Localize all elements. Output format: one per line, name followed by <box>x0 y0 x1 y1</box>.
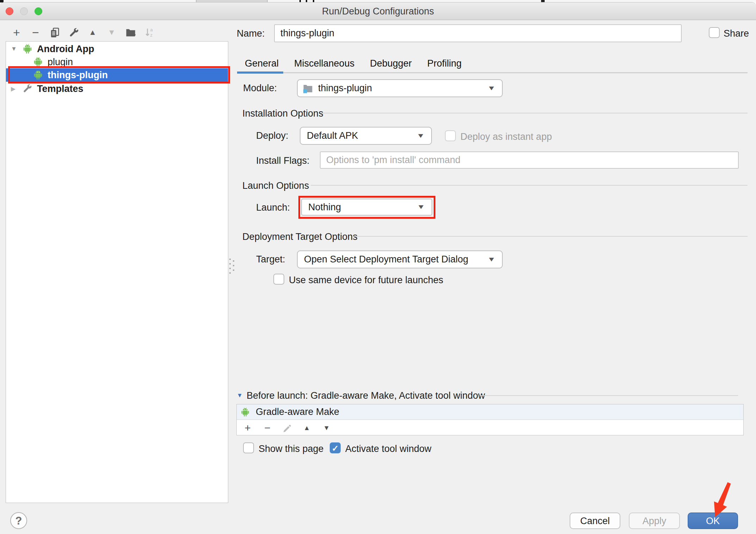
window-title: Run/Debug Configurations <box>0 2 756 20</box>
module-label: Module: <box>243 83 277 94</box>
deploy-dropdown[interactable]: Default APK ▼ <box>300 127 432 145</box>
help-button[interactable]: ? <box>10 512 27 529</box>
add-configuration-icon[interactable]: + <box>11 26 23 38</box>
before-launch-task-row[interactable]: Gradle-aware Make <box>237 404 743 420</box>
android-icon <box>33 69 44 81</box>
tab-profiling[interactable]: Profiling <box>420 55 470 72</box>
check-icon: ✓ <box>331 443 339 453</box>
chevron-down-icon: ▼ <box>487 255 496 263</box>
tab-underline <box>237 72 748 73</box>
before-launch-task-label: Gradle-aware Make <box>256 406 339 417</box>
tab-miscellaneous[interactable]: Miscellaneous <box>286 55 362 72</box>
use-same-device-label: Use same device for future launches <box>289 275 443 286</box>
activate-tool-window-checkbox[interactable]: ✓ <box>330 442 341 453</box>
tree-item-label: things-plugin <box>48 70 108 81</box>
deployment-target-options-title: Deployment Target Options <box>242 231 358 242</box>
section-divider <box>353 236 748 237</box>
tree-item-label: plugin <box>48 57 73 68</box>
launch-label: Launch: <box>256 202 290 213</box>
run-debug-configurations-dialog: Run/Debug Configurations + − ▲ ▼ ▼ Andro… <box>0 2 756 534</box>
chevron-down-icon: ▼ <box>417 203 425 210</box>
launch-value: Nothing <box>308 202 341 213</box>
deploy-instant-app-label: Deploy as instant app <box>460 131 552 142</box>
tree-item-label: Android App <box>37 44 94 55</box>
deploy-value: Default APK <box>307 130 358 141</box>
chevron-down-icon: ▼ <box>416 132 425 139</box>
tree-item-label: Templates <box>37 83 83 94</box>
remove-configuration-icon[interactable]: − <box>30 26 42 38</box>
tree-item-plugin[interactable]: plugin <box>6 55 228 69</box>
module-value: things-plugin <box>318 83 372 94</box>
section-divider <box>311 185 748 186</box>
edit-task-icon <box>282 422 292 434</box>
android-icon <box>240 407 251 417</box>
tab-bar: General Miscellaneous Debugger Profiling <box>237 55 469 72</box>
move-task-down-icon: ▼ <box>321 422 332 434</box>
ok-button[interactable]: OK <box>688 513 738 529</box>
remove-task-icon: − <box>262 422 273 434</box>
copy-configuration-icon[interactable] <box>49 26 61 38</box>
before-launch-toolbar: + − ▲ ▼ <box>242 421 332 435</box>
launch-options-title: Launch Options <box>242 180 309 191</box>
edit-defaults-wrench-icon[interactable] <box>68 26 80 38</box>
move-task-up-icon: ▲ <box>302 422 312 434</box>
launch-dropdown[interactable]: Nothing ▼ <box>301 199 432 216</box>
tree-expanded-icon[interactable]: ▼ <box>11 45 17 52</box>
move-up-icon[interactable]: ▲ <box>87 26 99 38</box>
install-flags-label: Install Flags: <box>256 155 310 166</box>
show-this-page-label: Show this page <box>259 443 324 454</box>
module-dropdown[interactable]: things-plugin ▼ <box>297 79 503 97</box>
move-down-icon: ▼ <box>106 26 118 38</box>
before-launch-title: Before launch: Gradle-aware Make, Activa… <box>247 390 485 401</box>
target-dropdown[interactable]: Open Select Deployment Target Dialog ▼ <box>297 250 503 268</box>
show-this-page-checkbox[interactable] <box>243 442 254 453</box>
installation-options-title: Installation Options <box>242 108 323 119</box>
configurations-toolbar: + − ▲ ▼ <box>11 26 156 38</box>
tree-item-templates[interactable]: ▶ Templates <box>6 82 228 95</box>
sort-alphabetically-icon <box>144 26 156 38</box>
section-divider <box>321 113 748 113</box>
add-task-icon[interactable]: + <box>242 422 253 434</box>
android-icon <box>22 43 33 55</box>
name-label: Name: <box>237 28 265 39</box>
section-divider <box>480 395 738 396</box>
use-same-device-checkbox[interactable] <box>273 274 284 285</box>
cancel-button[interactable]: Cancel <box>570 513 620 529</box>
deploy-instant-app-checkbox <box>445 130 456 141</box>
screen: Run/Debug Configurations + − ▲ ▼ ▼ Andro… <box>0 0 756 534</box>
tree-item-android-app[interactable]: ▼ Android App <box>6 42 228 56</box>
tree-collapsed-icon[interactable]: ▶ <box>11 85 16 93</box>
help-icon: ? <box>16 515 22 527</box>
new-folder-icon[interactable] <box>125 26 137 38</box>
android-icon <box>33 56 44 68</box>
name-input[interactable] <box>274 24 682 42</box>
install-flags-input[interactable] <box>320 151 739 169</box>
titlebar: Run/Debug Configurations <box>0 2 756 20</box>
share-label: Share <box>724 28 749 39</box>
deploy-label: Deploy: <box>256 130 289 141</box>
active-tab-indicator <box>237 72 283 74</box>
templates-wrench-icon <box>22 83 32 93</box>
target-value: Open Select Deployment Target Dialog <box>304 254 468 265</box>
target-label: Target: <box>256 254 285 265</box>
chevron-down-icon: ▼ <box>487 84 496 92</box>
before-launch-task-list: Gradle-aware Make + − ▲ ▼ <box>236 404 744 435</box>
apply-button: Apply <box>629 513 680 529</box>
activate-tool-window-label: Activate tool window <box>345 443 432 454</box>
module-icon <box>303 83 313 94</box>
splitter-handle[interactable] <box>229 259 236 275</box>
configurations-tree: ▼ Android App plugin things-plugin ▶ Tem… <box>6 41 228 503</box>
tab-general[interactable]: General <box>237 55 286 72</box>
before-launch-expander-icon[interactable]: ▼ <box>237 392 243 399</box>
share-checkbox[interactable] <box>709 27 720 38</box>
tab-debugger[interactable]: Debugger <box>362 55 420 72</box>
tree-item-things-plugin-selected[interactable]: things-plugin <box>6 68 228 82</box>
